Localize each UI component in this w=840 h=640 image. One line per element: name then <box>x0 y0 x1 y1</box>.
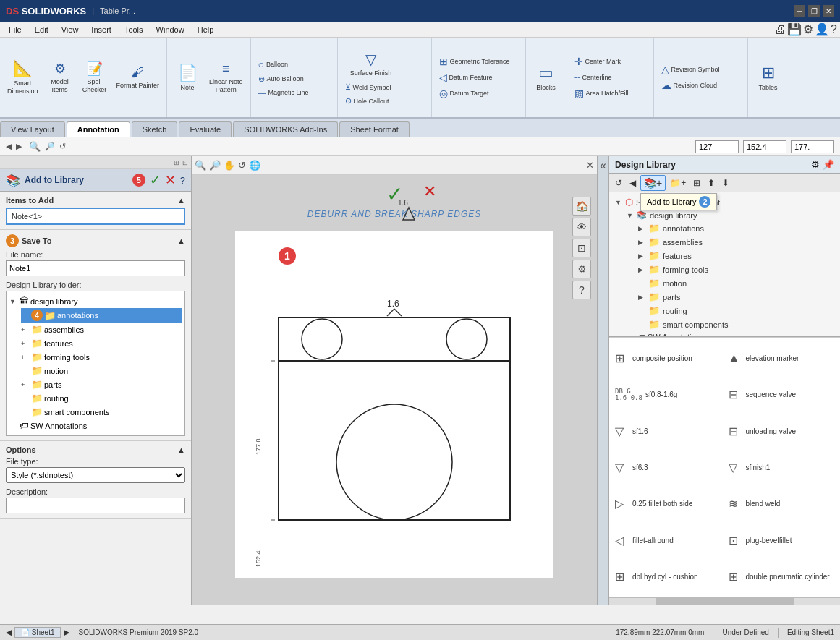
ribbon-tool-revision-symbol[interactable]: △ Revision Symbol <box>658 62 723 77</box>
canvas-close[interactable]: ✕ <box>586 160 594 171</box>
tree-item-smart-components[interactable]: 📁 smart components <box>21 405 182 419</box>
lib-tree-assemblies[interactable]: ▶ 📁 assemblies <box>632 235 840 249</box>
lib-item-elevation-marker[interactable]: ▲ elevation marker <box>726 341 838 375</box>
tree-item-routing[interactable]: 📁 routing <box>21 391 182 405</box>
menu-insert[interactable]: Insert <box>85 24 117 35</box>
add-to-library-btn[interactable]: 📚+ <box>640 175 666 191</box>
ribbon-tool-center-mark[interactable]: ✛ Center Mark <box>572 54 624 69</box>
tab-view-layout[interactable]: View Layout <box>0 121 65 137</box>
lib-view-btn[interactable]: ⊞ <box>690 176 703 189</box>
zoom-icon[interactable]: 🔎 <box>45 142 55 151</box>
canvas-zoom-in[interactable]: 🔎 <box>209 160 221 171</box>
ribbon-tool-area-hatch[interactable]: ▨ Area Hatch/Fill <box>572 86 632 101</box>
canvas-3d[interactable]: 🌐 <box>249 160 260 171</box>
canvas-btn-settings[interactable]: ⚙ <box>572 260 591 278</box>
tab-evaluate[interactable]: Evaluate <box>179 121 232 137</box>
right-panel-settings[interactable]: ⚙ <box>811 159 820 170</box>
tree-item-annotations[interactable]: 4 📁 annotations <box>21 308 182 323</box>
create-new-folder-btn[interactable]: 📁+ <box>667 176 689 189</box>
ribbon-tool-format-painter[interactable]: 🖌 Format Painter <box>114 62 163 93</box>
lib-tree-motion[interactable]: 📁 motion <box>632 276 840 290</box>
lib-tree-annotations[interactable]: ▶ 📁 annotations <box>632 221 840 235</box>
ribbon-tool-datum-target[interactable]: ◎ Datum Target <box>436 86 492 101</box>
toolbar-icon-help[interactable]: ? <box>831 23 837 36</box>
canvas-search[interactable]: 🔍 <box>195 160 206 171</box>
canvas-btn-home[interactable]: 🏠 <box>572 197 591 216</box>
toolbar-icon-save[interactable]: 💾 <box>787 22 802 36</box>
ribbon-tool-spell-checker[interactable]: 📝 SpellChecker <box>79 58 111 97</box>
toolbar-refresh-btn[interactable]: ↺ <box>612 176 625 189</box>
tree-item-forming-tools[interactable]: + 📁 forming tools <box>21 350 182 364</box>
coord1-input[interactable] <box>695 140 739 153</box>
lib-download-btn[interactable]: ⬇ <box>719 176 732 189</box>
sheet1-tab[interactable]: 📄 Sheet1 <box>14 627 61 638</box>
tab-solidworks-addins[interactable]: SOLIDWORKS Add-Ins <box>233 121 338 137</box>
lib-item-sf16[interactable]: ▽ sf1.6 <box>612 414 724 448</box>
nav-forward[interactable]: ▶ <box>16 142 22 151</box>
menu-help[interactable]: Help <box>192 24 220 35</box>
lib-item-blend-weld[interactable]: ≋ blend weld <box>726 487 838 521</box>
ribbon-tool-model-items[interactable]: ⚙ ModelItems <box>44 58 76 97</box>
canvas-pan[interactable]: ✋ <box>224 160 235 171</box>
lib-upload-btn[interactable]: ⬆ <box>705 176 718 189</box>
toolbar-back-btn[interactable]: ◀ <box>627 176 639 189</box>
tree-item-sw-annotations[interactable]: 🏷 SW Annotations <box>9 419 182 432</box>
tree-item-assemblies[interactable]: + 📁 assemblies <box>21 323 182 336</box>
items-to-add-header[interactable]: Items to Add ▲ <box>6 196 185 205</box>
lib-item-unloading-valve[interactable]: ⊟ unloading valve <box>726 414 838 448</box>
ribbon-tool-centerline[interactable]: ╌ Centerline <box>572 70 615 85</box>
help-button[interactable]: ? <box>180 175 185 186</box>
ribbon-tool-smart-dimension[interactable]: 📐 SmartDimension <box>4 56 41 98</box>
coord3-input[interactable] <box>791 140 834 153</box>
ribbon-tool-geometric-tolerance[interactable]: ⊞ Geometric Tolerance <box>436 54 513 69</box>
search-icon[interactable]: 🔍 <box>29 141 41 152</box>
toolbar-icon-print[interactable]: 🖨 <box>774 23 786 36</box>
sheet-nav-left[interactable]: ◀ <box>6 628 12 637</box>
tree-item-root[interactable]: ▼ 🏛 design library <box>9 294 182 308</box>
toolbar-icon-user[interactable]: 👤 <box>815 22 829 36</box>
lib-item-sf63[interactable]: ▽ sf6.3 <box>612 450 724 485</box>
ribbon-tool-hole-callout[interactable]: ⊙ Hole Callout <box>342 95 392 107</box>
lib-item-sequence-valve[interactable]: ⊟ sequence valve <box>726 377 838 411</box>
canvas-btn-help[interactable]: ? <box>572 281 591 299</box>
lib-item-sf08-16g[interactable]: DB G1.6 0.8 sf0.8-1.6g <box>612 377 724 411</box>
lib-tree-sw-annotations[interactable]: 🏷 SW Annotations <box>621 331 840 336</box>
lib-tree-design-library[interactable]: ▼ 📚 design library <box>621 209 840 221</box>
lib-item-fillet-allround[interactable]: ◁ fillet-allround <box>612 523 724 558</box>
ribbon-tool-blocks[interactable]: ▭ Blocks <box>530 61 562 95</box>
lib-item-composite-position[interactable]: ⊞ composite position <box>612 341 724 375</box>
tree-item-features[interactable]: + 📁 features <box>21 336 182 350</box>
right-panel-pin[interactable]: 📌 <box>823 159 834 170</box>
tree-item-motion[interactable]: 📁 motion <box>21 364 182 377</box>
canvas-btn-3d[interactable]: ⊡ <box>572 239 591 257</box>
lib-tree-parts[interactable]: ▶ 📁 parts <box>632 290 840 304</box>
lib-item-025-fillet[interactable]: ▷ 0.25 fillet both side <box>612 487 724 521</box>
nav-back[interactable]: ◀ <box>6 142 12 151</box>
ribbon-tool-revision-cloud[interactable]: ☁ Revision Cloud <box>658 78 721 93</box>
sheet-nav-right[interactable]: ▶ <box>64 628 69 637</box>
ribbon-tool-weld-symbol[interactable]: ⊻ Weld Symbol <box>342 81 394 93</box>
options-header[interactable]: Options ▲ <box>6 445 185 454</box>
minimize-button[interactable]: ─ <box>794 5 805 17</box>
ribbon-tool-auto-balloon[interactable]: ⊚ Auto Balloon <box>255 73 307 85</box>
lib-scrollbar-h[interactable] <box>609 597 840 605</box>
cancel-button[interactable]: ✕ <box>165 172 176 188</box>
lib-item-plug-bevelfillet[interactable]: ⊡ plug-bevelfillet <box>726 523 838 558</box>
restore-button[interactable]: ❐ <box>808 5 820 17</box>
file-name-input[interactable] <box>6 260 185 276</box>
lib-tree-routing[interactable]: 📁 routing <box>632 304 840 317</box>
collapse-panel-icon[interactable]: « <box>600 159 606 172</box>
tab-annotation[interactable]: Annotation <box>67 121 130 137</box>
toolbar-icon-settings[interactable]: ⚙ <box>803 22 813 36</box>
lib-item-sfinish1[interactable]: ▽ sfinish1 <box>726 450 838 485</box>
ribbon-tool-balloon[interactable]: ○ Balloon <box>255 57 292 72</box>
canvas-btn-view[interactable]: 👁 <box>572 218 591 236</box>
refresh-icon[interactable]: ↺ <box>59 142 66 151</box>
sheet-tab-area[interactable]: ◀ 📄 Sheet1 ▶ <box>6 627 69 638</box>
ribbon-tool-tables[interactable]: ⊞ Tables <box>752 61 784 95</box>
menu-window[interactable]: Window <box>150 24 190 35</box>
menu-file[interactable]: File <box>3 24 27 35</box>
tab-sketch[interactable]: Sketch <box>132 121 178 137</box>
window-controls[interactable]: ─ ❐ ✕ <box>794 5 834 17</box>
save-to-header[interactable]: 3 Save To ▲ <box>6 234 185 247</box>
